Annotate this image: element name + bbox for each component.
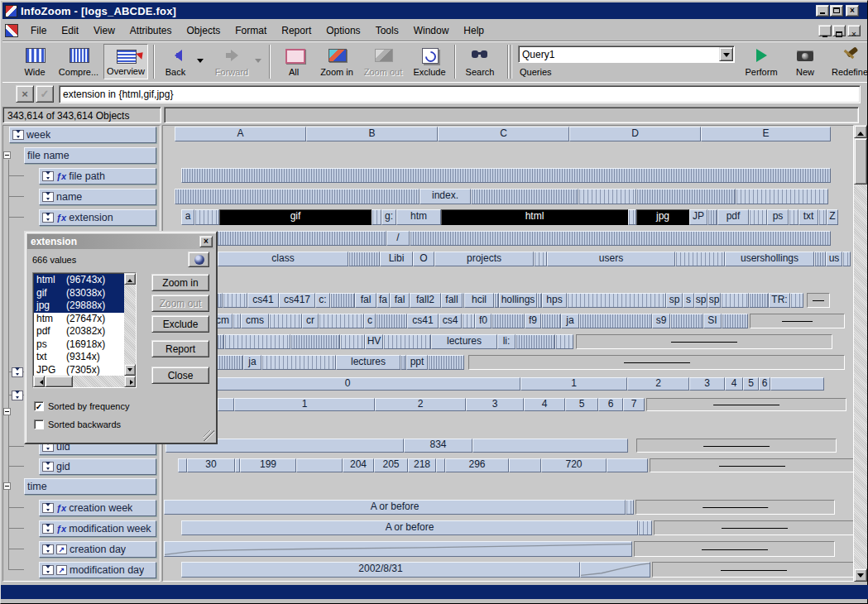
value-segment[interactable]: hcil: [464, 293, 494, 308]
value-segment[interactable]: ja: [561, 314, 579, 328]
value-segment[interactable]: 204: [343, 458, 374, 472]
sidebar-item-gid[interactable]: gid: [39, 458, 156, 475]
missing-values-bar[interactable]: [654, 520, 854, 535]
value-segment[interactable]: [516, 334, 555, 349]
sidebar-item-creation-week[interactable]: ƒxcreation week: [39, 500, 156, 516]
value-segment[interactable]: htm: [396, 209, 441, 225]
missing-values-bar[interactable]: [635, 500, 835, 515]
value-segment[interactable]: 720: [541, 458, 607, 472]
missing-values-bar[interactable]: [652, 562, 854, 578]
value-segment[interactable]: [462, 314, 475, 328]
value-segment[interactable]: [492, 314, 525, 328]
checkbox-box[interactable]: [34, 419, 44, 429]
chevron-down-icon[interactable]: [194, 53, 206, 68]
query-expression-field[interactable]: extension in {html,gif,jpg}: [59, 85, 861, 103]
menu-file[interactable]: File: [23, 22, 54, 39]
toolbar-zoom-in-button[interactable]: Zoom in: [315, 44, 358, 79]
value-segment[interactable]: 2: [375, 398, 466, 411]
sidebar-item-creation-day[interactable]: ↗creation day: [39, 541, 156, 558]
value-segment[interactable]: [628, 209, 636, 225]
value-segment[interactable]: [218, 398, 234, 411]
value-segment[interactable]: [319, 314, 364, 328]
menu-help[interactable]: Help: [456, 22, 492, 39]
toolbar-search-button[interactable]: Search: [459, 44, 501, 79]
value-segment[interactable]: lectures: [336, 355, 400, 370]
value-segment[interactable]: index.: [420, 189, 471, 204]
value-segment[interactable]: [842, 252, 851, 266]
mdi-close-button[interactable]: ×: [847, 25, 861, 36]
vertical-scrollbar[interactable]: [854, 125, 867, 582]
value-segment[interactable]: users: [547, 252, 675, 266]
value-segment[interactable]: 296: [445, 458, 509, 472]
value-segment[interactable]: [722, 314, 748, 328]
sidebar-item-extension[interactable]: ƒxextension: [39, 209, 156, 226]
value-segment[interactable]: s9: [652, 314, 670, 328]
list-scroll-down-button[interactable]: [124, 364, 136, 376]
value-segment[interactable]: [555, 334, 573, 349]
value-segment[interactable]: fa: [376, 293, 390, 308]
sidebar-item-file-path[interactable]: ƒxfile path: [39, 168, 156, 185]
menu-tools[interactable]: Tools: [368, 22, 406, 39]
list-item-txt[interactable]: txt(9314x): [34, 351, 124, 364]
value-segment[interactable]: sp: [666, 293, 683, 308]
value-segment[interactable]: [233, 314, 241, 328]
value-segment[interactable]: [340, 334, 365, 349]
value-segment[interactable]: [269, 314, 302, 328]
dialog-close-button[interactable]: ×: [199, 236, 213, 247]
menu-edit[interactable]: Edit: [54, 22, 86, 39]
value-segment[interactable]: [194, 209, 219, 225]
value-segment[interactable]: [636, 189, 736, 204]
value-segment[interactable]: cs41: [407, 314, 439, 328]
list-hscroll-thumb[interactable]: [45, 376, 73, 387]
value-segment[interactable]: [707, 209, 717, 225]
list-vertical-scrollbar[interactable]: [124, 273, 136, 376]
popup-zoom-in-button[interactable]: Zoom in: [151, 274, 209, 291]
value-segment[interactable]: [675, 252, 725, 266]
value-segment[interactable]: [383, 334, 431, 349]
value-segment[interactable]: pdf: [717, 209, 749, 225]
value-segment[interactable]: 3: [689, 377, 725, 391]
toolbar-all-button[interactable]: All: [276, 44, 312, 79]
value-segment[interactable]: fal: [355, 293, 376, 308]
value-segment[interactable]: 1: [520, 377, 627, 391]
value-segment[interactable]: E: [701, 127, 831, 141]
missing-values-bar[interactable]: [650, 458, 854, 472]
list-scroll-up-button[interactable]: [124, 273, 136, 285]
value-segment[interactable]: fal: [390, 293, 410, 308]
scroll-up-button[interactable]: [854, 125, 867, 138]
mdi-restore-button[interactable]: [832, 25, 846, 36]
value-segment[interactable]: [290, 334, 340, 349]
popup-report-button[interactable]: Report: [151, 340, 209, 357]
value-segment[interactable]: O: [413, 252, 434, 266]
list-item-gif[interactable]: gif(83038x): [34, 287, 124, 300]
value-segment[interactable]: fall2: [410, 293, 441, 308]
missing-values-bar[interactable]: [636, 439, 837, 453]
value-segment[interactable]: [626, 500, 634, 515]
value-segment[interactable]: A: [175, 127, 306, 141]
popup-close-button[interactable]: Close: [151, 367, 209, 384]
value-segment[interactable]: [223, 293, 247, 308]
value-segment[interactable]: c:: [315, 293, 330, 308]
value-segment[interactable]: cr: [302, 314, 319, 328]
value-segment[interactable]: 4: [725, 377, 743, 391]
sidebar-item-modification-day[interactable]: ↗modification day: [39, 562, 156, 578]
value-segment[interactable]: us: [826, 252, 842, 266]
missing-values-bar[interactable]: [646, 398, 846, 411]
minimize-button[interactable]: [816, 5, 829, 17]
menu-format[interactable]: Format: [228, 22, 274, 39]
value-segment[interactable]: [509, 458, 541, 472]
list-item-pdf[interactable]: pdf(20382x): [34, 325, 124, 338]
menu-options[interactable]: Options: [319, 22, 367, 39]
value-segment[interactable]: sp: [707, 293, 721, 308]
value-segment[interactable]: TR:: [769, 293, 790, 308]
missing-values-bar[interactable]: [634, 541, 835, 557]
toolbar-new-button[interactable]: New: [787, 44, 823, 79]
list-item-ps[interactable]: ps(16918x): [34, 338, 124, 352]
missing-values-bar[interactable]: [750, 314, 845, 328]
values-listbox[interactable]: html(96743x)gif(83038x)jpg(29888x)htm(27…: [32, 272, 137, 388]
menu-report[interactable]: Report: [274, 22, 319, 39]
value-segment[interactable]: [428, 355, 464, 370]
value-segment[interactable]: HV: [365, 334, 383, 349]
value-segment[interactable]: lectures: [431, 334, 497, 349]
value-segment[interactable]: [436, 458, 445, 472]
